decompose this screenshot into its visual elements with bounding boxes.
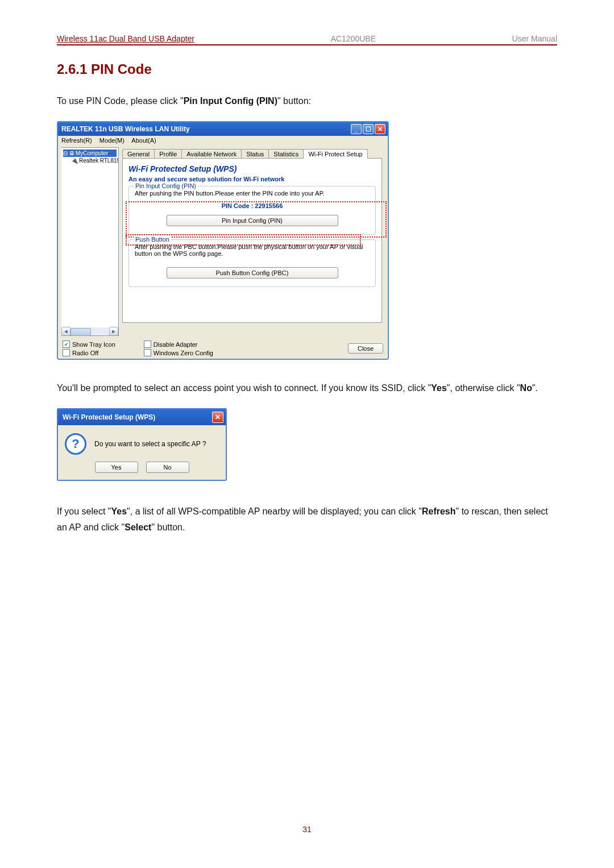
adapter-icon: 🔌 bbox=[71, 157, 78, 164]
close-button[interactable]: Close bbox=[348, 343, 383, 354]
tab-strip: General Profile Available Network Status… bbox=[122, 148, 382, 158]
checkbox-icon bbox=[144, 340, 151, 348]
page-header: Wireless 11ac Dual Band USB Adapter AC12… bbox=[57, 34, 557, 45]
scroll-right-button[interactable]: ► bbox=[109, 327, 118, 336]
tab-page-wps: Wi-Fi Protected Setup (WPS) An easy and … bbox=[122, 158, 382, 323]
pin-input-config-button[interactable]: Pin Input Config (PIN) bbox=[167, 215, 338, 226]
radio-off-checkbox[interactable]: Radio Off bbox=[63, 349, 115, 356]
pbc-group-legend: Push Button bbox=[134, 236, 171, 243]
tree-root[interactable]: ⊟ 🖥 MyComputer bbox=[63, 149, 117, 157]
minus-icon: ⊟ bbox=[63, 150, 68, 156]
tab-statistics[interactable]: Statistics bbox=[268, 149, 304, 159]
computer-icon: 🖥 bbox=[69, 150, 74, 156]
tab-general[interactable]: General bbox=[122, 149, 155, 159]
pin-group-description: After pushing the PIN button.Please ente… bbox=[135, 190, 370, 197]
maximize-button[interactable]: ☐ bbox=[363, 124, 374, 134]
scroll-left-button[interactable]: ◄ bbox=[61, 327, 70, 336]
tab-wps[interactable]: Wi-Fi Protect Setup bbox=[303, 149, 367, 159]
minimize-button[interactable]: _ bbox=[351, 124, 362, 134]
dialog-yes-button[interactable]: Yes bbox=[95, 462, 138, 473]
paragraph-3: If you select "Yes", a list of all WPS-c… bbox=[57, 504, 557, 534]
window-bottom-bar: ✔ Show Tray Icon Radio Off Disable Adapt… bbox=[58, 338, 388, 359]
scroll-track[interactable] bbox=[70, 327, 109, 335]
pbc-group-description: After pushing the PBC button.Please push… bbox=[135, 243, 370, 257]
show-tray-icon-checkbox[interactable]: ✔ Show Tray Icon bbox=[63, 340, 115, 348]
utility-window: REALTEK 11n USB Wireless LAN Utility _ ☐… bbox=[57, 121, 389, 360]
device-tree[interactable]: ⊟ 🖥 MyComputer 🔌 Realtek RTL8191 ◄ ► bbox=[61, 147, 119, 336]
paragraph-2: You'll be prompted to select an access p… bbox=[57, 380, 557, 396]
push-button-config-button[interactable]: Push Button Config (PBC) bbox=[167, 267, 338, 279]
menu-refresh[interactable]: Refresh(R) bbox=[61, 137, 92, 144]
dialog-no-button[interactable]: No bbox=[146, 462, 189, 473]
close-window-button[interactable]: ✕ bbox=[375, 124, 385, 134]
menu-mode[interactable]: Mode(M) bbox=[99, 137, 125, 144]
window-titlebar[interactable]: REALTEK 11n USB Wireless LAN Utility _ ☐… bbox=[58, 122, 388, 136]
pin-group-legend: Pin Input Config (PIN) bbox=[134, 182, 198, 189]
question-icon: ? bbox=[65, 433, 86, 455]
push-button-group: Push Button After pushing the PBC button… bbox=[128, 239, 376, 287]
checkbox-icon bbox=[144, 349, 151, 356]
scroll-thumb[interactable] bbox=[70, 328, 91, 336]
tab-status[interactable]: Status bbox=[241, 149, 269, 159]
window-title: REALTEK 11n USB Wireless LAN Utility bbox=[61, 125, 350, 133]
pin-code-value: PIN Code : 22915566 bbox=[135, 202, 370, 209]
pin-config-group: Pin Input Config (PIN) After pushing the… bbox=[128, 186, 376, 235]
menu-bar: Refresh(R) Mode(M) About(A) bbox=[58, 136, 388, 145]
tab-available-network[interactable]: Available Network bbox=[181, 149, 242, 159]
tab-profile[interactable]: Profile bbox=[154, 149, 182, 159]
menu-about[interactable]: About(A) bbox=[131, 137, 156, 144]
tree-horizontal-scrollbar[interactable]: ◄ ► bbox=[61, 327, 118, 335]
tree-child[interactable]: 🔌 Realtek RTL8191 bbox=[63, 157, 117, 164]
dialog-message: Do you want to select a specific AP ? bbox=[94, 440, 206, 448]
paragraph-1: To use PIN Code, please click "Pin Input… bbox=[57, 93, 557, 109]
wps-heading: Wi-Fi Protected Setup (WPS) bbox=[128, 164, 376, 173]
page-number: 31 bbox=[0, 825, 614, 834]
checkbox-icon bbox=[63, 349, 70, 356]
header-left: Wireless 11ac Dual Band USB Adapter bbox=[57, 34, 194, 43]
header-right: User Manual bbox=[512, 34, 557, 43]
dialog-title: Wi-Fi Protected Setup (WPS) bbox=[63, 413, 212, 421]
disable-adapter-checkbox[interactable]: Disable Adapter bbox=[144, 340, 213, 348]
dialog-titlebar[interactable]: Wi-Fi Protected Setup (WPS) ✕ bbox=[58, 409, 226, 425]
dialog-close-button[interactable]: ✕ bbox=[212, 412, 223, 423]
wps-subheading: An easy and secure setup solution for Wi… bbox=[128, 176, 376, 182]
windows-zero-config-checkbox[interactable]: Windows Zero Config bbox=[144, 349, 213, 356]
header-center: AC1200UBE bbox=[331, 34, 376, 43]
checkbox-icon: ✔ bbox=[63, 340, 70, 348]
wps-dialog: Wi-Fi Protected Setup (WPS) ✕ ? Do you w… bbox=[57, 408, 227, 481]
section-heading: 2.6.1 PIN Code bbox=[57, 61, 557, 77]
